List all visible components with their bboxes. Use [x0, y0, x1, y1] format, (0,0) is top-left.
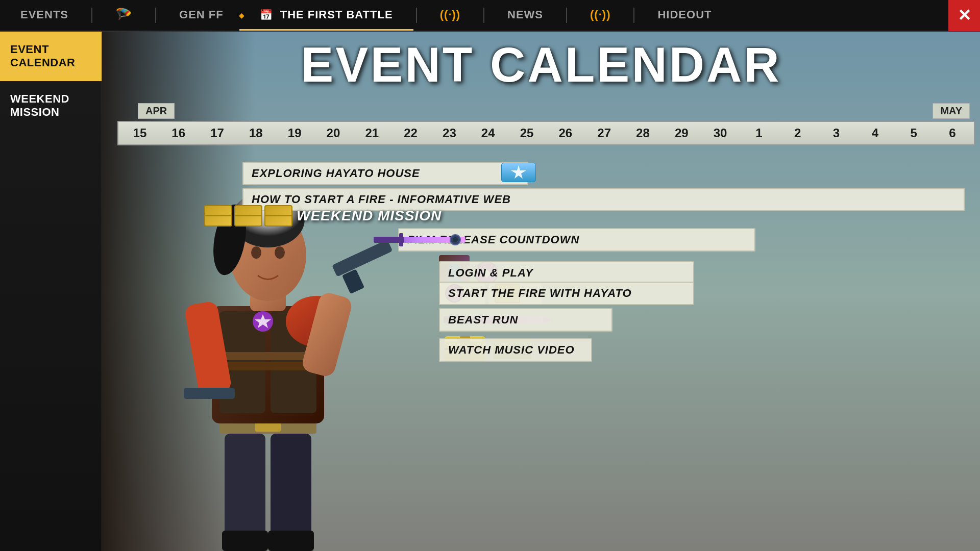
news-label: NEWS [507, 8, 543, 21]
date-19: 19 [275, 126, 314, 140]
date-23: 23 [430, 126, 469, 140]
start-fire-label: START THE FIRE WITH HAYATO [448, 287, 632, 300]
beast-run-label: BEAST RUN [448, 313, 518, 327]
month-apr-label: APR [138, 103, 175, 119]
date-3: 3 [817, 126, 856, 140]
svg-point-7 [453, 237, 458, 242]
date-5: 5 [894, 126, 933, 140]
month-labels-row: APR MAY [117, 103, 975, 119]
nav-events[interactable]: EVENTS [0, 0, 89, 31]
event-film-countdown-bar[interactable]: FILM RELEASE COUNTDOWN [398, 228, 755, 252]
crate-icon-1 [204, 205, 232, 227]
month-may-label: MAY [933, 103, 970, 119]
nav-first-battle[interactable]: 📅 THE FIRST BATTLE [239, 0, 413, 31]
close-icon: ✕ [958, 6, 971, 25]
svg-rect-5 [399, 233, 403, 246]
parachute-icon: 🪂 [115, 7, 132, 22]
calendar-wrapper: APR MAY 15 16 17 18 19 20 21 22 23 24 25… [117, 103, 975, 145]
dates-strip: 15 16 17 18 19 20 21 22 23 24 25 26 27 2… [117, 121, 975, 145]
events-label: EVENTS [20, 8, 68, 21]
event-watch-video-bar[interactable]: WATCH MUSIC VIDEO [439, 334, 534, 366]
event-beast-run-bar[interactable]: BEAST RUN [439, 307, 553, 333]
event-calendar-title: EVENT CALENDAR [301, 37, 781, 92]
date-24: 24 [469, 126, 507, 140]
date-29: 29 [662, 126, 701, 140]
radio-icon-1: ((·)) [440, 8, 460, 21]
calendar-icon: 📅 [260, 9, 273, 21]
content-area: EVENT CALENDAR APR MAY 15 16 17 18 19 20… [102, 32, 980, 551]
hideout-label: HIDEOUT [657, 8, 712, 21]
fire-web-label: HOW TO START A FIRE - INFORMATIVE WEB [252, 193, 511, 206]
ticket-icon [501, 159, 536, 188]
nav-parachute-icon[interactable]: 🪂 [95, 0, 153, 31]
first-battle-label: THE FIRST BATTLE [280, 8, 393, 21]
close-button[interactable]: ✕ [948, 0, 980, 31]
event-hayato-house-bar[interactable]: EXPLORING HAYATO HOUSE [242, 162, 528, 185]
weekend-mission-label: WEEKEND MISSION [10, 92, 69, 118]
nav-divider-1 [91, 8, 92, 23]
nav-divider-6 [633, 8, 634, 23]
crate-icon-3 [264, 205, 292, 227]
date-1: 1 [740, 126, 778, 140]
date-2: 2 [778, 126, 817, 140]
date-30: 30 [701, 126, 740, 140]
sidebar: EVENT CALENDAR WEEKEND MISSION [0, 32, 102, 551]
date-25: 25 [507, 126, 546, 140]
radio-icon-2: ((·)) [590, 8, 610, 21]
genff-label: GEN FF [179, 8, 224, 21]
date-22: 22 [391, 126, 430, 140]
weekend-mission-label: WEEKEND MISSION [297, 208, 442, 224]
top-navigation: EVENTS 🪂 GEN FF ◆ 📅 THE FIRST BATTLE ((·… [0, 0, 980, 32]
date-6: 6 [933, 126, 972, 140]
date-27: 27 [585, 126, 624, 140]
nav-divider-2 [155, 8, 156, 23]
nav-divider-4 [483, 8, 484, 23]
sniper-decoration [369, 224, 471, 257]
nav-radio-2[interactable]: ((·)) [570, 0, 631, 31]
event-start-fire-bar[interactable]: ◆ X5 X3 START THE FIRE WITH HAYATO [439, 282, 542, 305]
sidebar-item-event-calendar[interactable]: EVENT CALENDAR [0, 32, 102, 81]
date-16: 16 [159, 126, 198, 140]
nav-news[interactable]: NEWS [487, 0, 564, 31]
date-4: 4 [855, 126, 894, 140]
login-play-label: LOGIN & PLAY [448, 266, 533, 280]
date-26: 26 [546, 126, 585, 140]
date-17: 17 [198, 126, 237, 140]
crate-icons [204, 205, 292, 227]
date-21: 21 [353, 126, 391, 140]
crate-icon-2 [234, 205, 262, 227]
nav-radio-1[interactable]: ((·)) [420, 0, 481, 31]
date-20: 20 [314, 126, 353, 140]
hayato-house-label: EXPLORING HAYATO HOUSE [252, 167, 420, 180]
watch-video-label: WATCH MUSIC VIDEO [448, 343, 575, 357]
date-18: 18 [236, 126, 275, 140]
sidebar-item-weekend-mission[interactable]: WEEKEND MISSION [0, 81, 102, 131]
nav-divider-5 [566, 8, 567, 23]
nav-divider-3 [416, 8, 417, 23]
nav-genff[interactable]: GEN FF [159, 0, 244, 31]
nav-hideout[interactable]: HIDEOUT [637, 0, 732, 31]
date-15: 15 [120, 126, 159, 140]
event-weekend-mission-bar[interactable]: WEEKEND MISSION [204, 205, 442, 227]
event-calendar-label: EVENT CALENDAR [10, 43, 75, 69]
main-layout: EVENT CALENDAR WEEKEND MISSION EVENT CAL… [0, 32, 980, 551]
date-28: 28 [624, 126, 663, 140]
event-calendar-title-container: EVENT CALENDAR [102, 37, 980, 93]
